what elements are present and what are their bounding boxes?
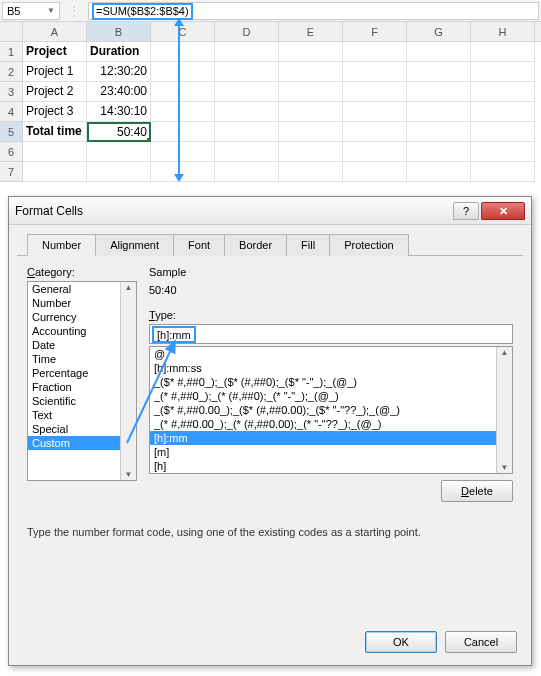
cell[interactable] [471, 122, 535, 142]
format-code-item[interactable]: [h] [150, 459, 512, 473]
chevron-down-icon[interactable]: ▼ [47, 6, 55, 15]
format-code-item[interactable]: _(* #,##0.00_);_(* (#,##0.00);_(* "-"??_… [150, 417, 512, 431]
tab-border[interactable]: Border [224, 234, 287, 256]
cell[interactable] [23, 142, 87, 162]
cell[interactable] [23, 162, 87, 182]
cell[interactable] [87, 142, 151, 162]
cell[interactable]: Project 2 [23, 82, 87, 102]
cell[interactable] [279, 62, 343, 82]
cell[interactable] [215, 42, 279, 62]
scrollbar[interactable]: ▲▼ [120, 282, 136, 480]
cell[interactable]: 23:40:00 [87, 82, 151, 102]
cell[interactable] [215, 62, 279, 82]
cell[interactable] [279, 102, 343, 122]
type-input[interactable]: [h]:mm [149, 324, 513, 344]
row-header[interactable]: 3 [0, 82, 23, 102]
cancel-button[interactable]: Cancel [445, 631, 517, 653]
select-all-corner[interactable] [0, 22, 23, 41]
cell[interactable] [279, 142, 343, 162]
cell[interactable] [215, 82, 279, 102]
row-header[interactable]: 7 [0, 162, 23, 182]
cell[interactable] [407, 122, 471, 142]
col-header[interactable]: E [279, 22, 343, 41]
cell[interactable] [343, 62, 407, 82]
cell[interactable]: Project 3 [23, 102, 87, 122]
cell[interactable] [87, 162, 151, 182]
cell[interactable] [407, 62, 471, 82]
col-header[interactable]: D [215, 22, 279, 41]
cell[interactable] [471, 162, 535, 182]
row-header[interactable]: 5 [0, 122, 23, 142]
col-header[interactable]: B [87, 22, 151, 41]
formula-input[interactable]: =SUM($B$2:$B$4) [88, 2, 539, 20]
cell[interactable] [279, 42, 343, 62]
cell[interactable] [215, 102, 279, 122]
cell[interactable] [407, 162, 471, 182]
row-header[interactable]: 1 [0, 42, 23, 62]
cell[interactable]: Total time [23, 122, 87, 142]
cell[interactable] [407, 42, 471, 62]
cell[interactable]: 14:30:10 [87, 102, 151, 122]
cell[interactable] [151, 82, 215, 102]
row-header[interactable]: 2 [0, 62, 23, 82]
dialog-titlebar[interactable]: Format Cells ? ✕ [9, 197, 531, 225]
help-button[interactable]: ? [453, 202, 479, 220]
close-button[interactable]: ✕ [481, 202, 525, 220]
cell[interactable] [215, 162, 279, 182]
cell[interactable] [343, 42, 407, 62]
delete-button[interactable]: Delete [441, 480, 513, 502]
row-header[interactable]: 4 [0, 102, 23, 122]
tab-number[interactable]: Number [27, 234, 96, 256]
format-code-item[interactable]: @ [150, 347, 512, 361]
tab-alignment[interactable]: Alignment [95, 234, 174, 256]
cell[interactable] [343, 82, 407, 102]
cell[interactable] [471, 142, 535, 162]
cell[interactable] [151, 42, 215, 62]
cell[interactable] [151, 62, 215, 82]
cell[interactable] [279, 162, 343, 182]
cell[interactable] [343, 102, 407, 122]
tab-protection[interactable]: Protection [329, 234, 409, 256]
cell[interactable] [471, 82, 535, 102]
cell[interactable] [279, 122, 343, 142]
name-box[interactable]: B5 ▼ [2, 2, 60, 20]
col-header[interactable]: A [23, 22, 87, 41]
cell[interactable] [407, 102, 471, 122]
format-code-list[interactable]: @[h]:mm:ss_($* #,##0_);_($* (#,##0);_($*… [149, 346, 513, 474]
cell[interactable]: 12:30:20 [87, 62, 151, 82]
cell[interactable] [407, 82, 471, 102]
ok-button[interactable]: OK [365, 631, 437, 653]
cell[interactable]: Project [23, 42, 87, 62]
category-list[interactable]: GeneralNumberCurrencyAccountingDateTimeP… [27, 281, 137, 481]
cell[interactable]: Project 1 [23, 62, 87, 82]
format-code-item[interactable]: _($* #,##0_);_($* (#,##0);_($* "-"_);_(@… [150, 375, 512, 389]
cell[interactable]: 50:40 [87, 122, 151, 142]
format-code-item[interactable]: [m]:ss [150, 473, 512, 474]
cell[interactable] [151, 102, 215, 122]
cell[interactable] [471, 102, 535, 122]
cell[interactable] [151, 142, 215, 162]
col-header[interactable]: F [343, 22, 407, 41]
col-header[interactable]: G [407, 22, 471, 41]
col-header[interactable]: H [471, 22, 535, 41]
format-code-item[interactable]: _(* #,##0_);_(* (#,##0);_(* "-"_);_(@_) [150, 389, 512, 403]
format-code-item[interactable]: [h]:mm:ss [150, 361, 512, 375]
cell[interactable]: Duration [87, 42, 151, 62]
cell[interactable] [343, 122, 407, 142]
cell[interactable] [343, 142, 407, 162]
scrollbar[interactable]: ▲▼ [496, 347, 512, 473]
tab-font[interactable]: Font [173, 234, 225, 256]
tab-fill[interactable]: Fill [286, 234, 330, 256]
format-code-item[interactable]: [m] [150, 445, 512, 459]
format-code-item[interactable]: _($* #,##0.00_);_($* (#,##0.00);_($* "-"… [150, 403, 512, 417]
cell[interactable] [215, 142, 279, 162]
cell[interactable] [215, 122, 279, 142]
format-code-item[interactable]: [h]:mm [150, 431, 512, 445]
row-header[interactable]: 6 [0, 142, 23, 162]
cell[interactable] [471, 62, 535, 82]
cell[interactable] [407, 142, 471, 162]
cell[interactable] [151, 122, 215, 142]
cell[interactable] [343, 162, 407, 182]
cell[interactable] [279, 82, 343, 102]
cell[interactable] [471, 42, 535, 62]
